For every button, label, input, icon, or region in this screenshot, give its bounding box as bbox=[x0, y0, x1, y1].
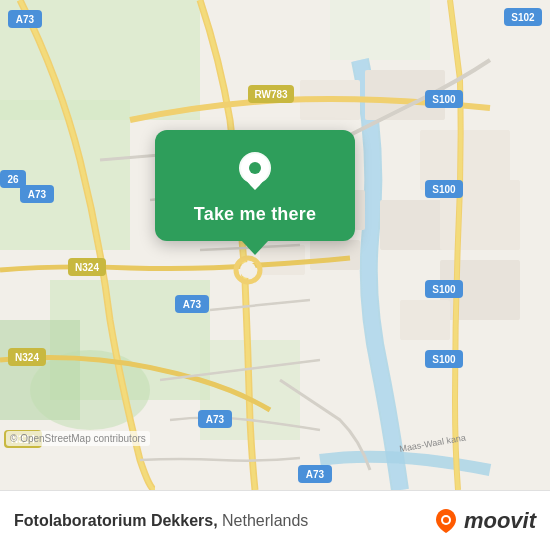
map-copyright: © OpenStreetMap contributors bbox=[6, 431, 150, 446]
svg-text:A73: A73 bbox=[16, 14, 35, 25]
svg-rect-18 bbox=[310, 240, 360, 270]
svg-text:26: 26 bbox=[7, 174, 19, 185]
svg-point-53 bbox=[249, 162, 261, 174]
svg-text:S102: S102 bbox=[511, 12, 535, 23]
svg-text:S100: S100 bbox=[432, 354, 456, 365]
location-name-text: Fotolaboratorium Dekkers, bbox=[14, 512, 218, 529]
location-pin-icon bbox=[233, 150, 277, 194]
location-country-text: Netherlands bbox=[222, 512, 308, 529]
svg-text:N324: N324 bbox=[15, 352, 39, 363]
svg-point-55 bbox=[443, 517, 449, 523]
location-popup[interactable]: Take me there bbox=[155, 130, 355, 241]
svg-text:S100: S100 bbox=[432, 184, 456, 195]
svg-text:A73: A73 bbox=[306, 469, 325, 480]
moovit-logo: moovit bbox=[432, 507, 536, 535]
svg-text:A73: A73 bbox=[206, 414, 225, 425]
svg-point-20 bbox=[240, 262, 256, 278]
moovit-brand-icon bbox=[432, 507, 460, 535]
svg-text:N324: N324 bbox=[75, 262, 99, 273]
moovit-brand-name: moovit bbox=[464, 508, 536, 534]
svg-rect-11 bbox=[380, 200, 450, 250]
location-name: Fotolaboratorium Dekkers, Netherlands bbox=[14, 512, 432, 530]
popup-action-label[interactable]: Take me there bbox=[194, 204, 316, 225]
svg-text:S100: S100 bbox=[432, 94, 456, 105]
svg-text:S100: S100 bbox=[432, 284, 456, 295]
svg-text:A73: A73 bbox=[183, 299, 202, 310]
map-container[interactable]: A73 A73 A73 A73 A73 S100 S100 S100 S100 … bbox=[0, 0, 550, 490]
svg-text:RW783: RW783 bbox=[254, 89, 288, 100]
svg-rect-14 bbox=[400, 300, 450, 340]
svg-text:A73: A73 bbox=[28, 189, 47, 200]
map-background: A73 A73 A73 A73 A73 S100 S100 S100 S100 … bbox=[0, 0, 550, 490]
bottom-bar: Fotolaboratorium Dekkers, Netherlands mo… bbox=[0, 490, 550, 550]
svg-rect-7 bbox=[330, 0, 430, 60]
